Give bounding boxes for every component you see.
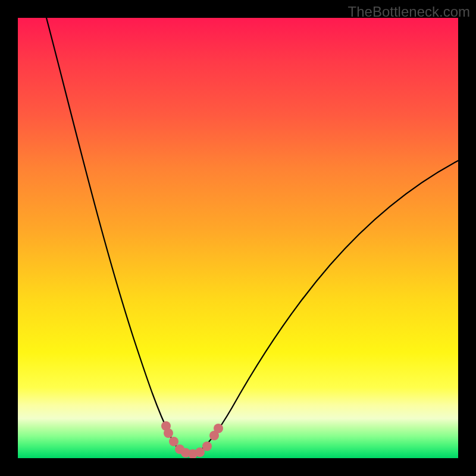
marker-group <box>161 421 223 458</box>
marker-dot <box>202 441 212 451</box>
marker-dot <box>169 437 178 446</box>
chart-svg <box>18 18 458 458</box>
marker-dot <box>164 428 173 438</box>
chart-frame: TheBottleneck.com <box>0 0 476 476</box>
watermark-text: TheBottleneck.com <box>348 4 470 20</box>
curve-left <box>46 18 183 453</box>
curve-right <box>197 161 458 453</box>
plot-area <box>18 18 458 458</box>
marker-dot <box>214 424 223 433</box>
